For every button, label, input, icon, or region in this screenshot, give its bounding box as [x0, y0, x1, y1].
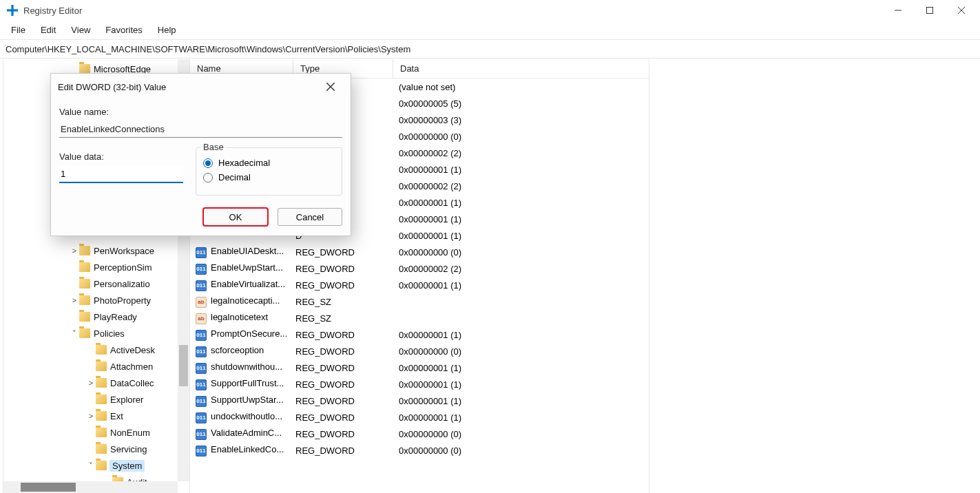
- tree-item-label: System: [110, 460, 145, 472]
- ok-button[interactable]: OK: [203, 208, 268, 226]
- app-title: Registry Editor: [23, 6, 882, 16]
- cell-name: 011ValidateAdminC...: [196, 428, 295, 440]
- svg-rect-0: [7, 5, 11, 9]
- tree-item-label: Ext: [110, 411, 123, 421]
- menu-edit[interactable]: Edit: [34, 22, 63, 38]
- menu-file[interactable]: File: [4, 22, 32, 38]
- cell-name: ablegalnoticecapti...: [196, 295, 295, 308]
- tree-item[interactable]: >PhotoProperty: [3, 292, 178, 308]
- cell-data: 0x00000001 (1): [395, 363, 649, 373]
- dword-icon: 011: [196, 363, 207, 374]
- chevron-right-icon[interactable]: >: [70, 296, 79, 304]
- col-header-data[interactable]: Data: [393, 59, 649, 78]
- tree-item[interactable]: >PenWorkspace: [3, 242, 178, 259]
- close-button[interactable]: [946, 0, 977, 21]
- menu-favorites[interactable]: Favorites: [98, 22, 149, 38]
- chevron-down-icon[interactable]: ˅: [86, 461, 96, 470]
- tree-item[interactable]: Explorer: [3, 391, 178, 408]
- cell-data: 0x00000001 (1): [395, 330, 649, 340]
- tree-hscrollbar-thumb[interactable]: [21, 483, 76, 492]
- radio-decimal[interactable]: [203, 173, 213, 182]
- cell-data: 0x00000005 (5): [395, 98, 649, 109]
- cell-type: REG_DWORD: [295, 264, 395, 274]
- list-row[interactable]: 011EnableUIADeskt...REG_DWORD0x00000000 …: [190, 244, 649, 260]
- list-row[interactable]: 011scforceoptionREG_DWORD0x00000000 (0): [190, 343, 649, 359]
- value-data-input[interactable]: [59, 166, 183, 183]
- value-data-label: Value data:: [59, 151, 183, 162]
- dword-icon: 011: [196, 396, 207, 407]
- cell-data: 0x00000000 (0): [395, 346, 649, 357]
- list-row[interactable]: 011shutdownwithou...REG_DWORD0x00000001 …: [190, 359, 649, 376]
- cell-type: REG_SZ: [295, 297, 395, 307]
- list-row[interactable]: 011ValidateAdminC...REG_DWORD0x00000000 …: [190, 426, 649, 442]
- tree-item[interactable]: Attachmen: [3, 358, 178, 375]
- list-row[interactable]: 011SupportUwpStar...REG_DWORD0x00000001 …: [190, 392, 649, 409]
- tree-item[interactable]: >Ext: [3, 408, 178, 424]
- list-row[interactable]: 011EnableVirtualizat...REG_DWORD0x000000…: [190, 277, 649, 293]
- address-bar[interactable]: Computer\HKEY_LOCAL_MACHINE\SOFTWARE\Mic…: [0, 40, 980, 59]
- list-row[interactable]: 011undockwithoutlo...REG_DWORD0x00000001…: [190, 409, 649, 426]
- list-row[interactable]: ablegalnoticetextREG_SZ: [190, 310, 649, 326]
- value-name-input[interactable]: [59, 121, 342, 138]
- svg-rect-2: [7, 12, 11, 16]
- cell-name: 011SupportUwpStar...: [196, 395, 295, 407]
- dialog-close-button[interactable]: [317, 76, 344, 97]
- tree-hscrollbar[interactable]: [3, 481, 178, 493]
- cell-data: 0x00000000 (0): [395, 132, 649, 142]
- folder-icon: [96, 461, 107, 470]
- dialog-title: Edit DWORD (32-bit) Value: [58, 82, 317, 92]
- chevron-down-icon[interactable]: ˅: [70, 329, 79, 338]
- list-row[interactable]: ablegalnoticecapti...REG_SZ: [190, 293, 649, 310]
- tree-item[interactable]: Servicing: [3, 441, 178, 457]
- tree-item-label: NonEnum: [110, 428, 150, 438]
- tree-item[interactable]: ˅System: [3, 457, 178, 474]
- folder-icon: [79, 262, 90, 272]
- svg-rect-1: [14, 5, 18, 9]
- tree-item[interactable]: >DataCollec: [3, 375, 178, 391]
- tree-item[interactable]: ActiveDesk: [3, 342, 178, 358]
- list-row[interactable]: 011PromptOnSecure...REG_DWORD0x00000001 …: [190, 326, 649, 343]
- folder-icon: [79, 312, 90, 322]
- tree-item-label: Personalizatio: [93, 279, 150, 289]
- cell-name: 011PromptOnSecure...: [196, 328, 295, 341]
- tree-item[interactable]: ˅Policies: [3, 325, 178, 342]
- tree-vscrollbar-thumb[interactable]: [179, 345, 188, 386]
- folder-icon: [79, 295, 90, 305]
- chevron-right-icon[interactable]: >: [86, 412, 96, 420]
- folder-icon: [96, 395, 107, 404]
- tree-item-label: Attachmen: [110, 361, 153, 372]
- folder-icon: [96, 411, 107, 421]
- cell-data: 0x00000002 (2): [395, 181, 649, 191]
- list-row[interactable]: 011SupportFullTrust...REG_DWORD0x0000000…: [190, 376, 649, 392]
- cell-type: REG_DWORD: [295, 363, 395, 373]
- cell-data: 0x00000001 (1): [395, 214, 649, 224]
- list-row[interactable]: 011EnableLinkedCo...REG_DWORD0x00000000 …: [190, 442, 649, 459]
- cancel-button[interactable]: Cancel: [278, 208, 342, 226]
- tree-item[interactable]: PerceptionSim: [3, 259, 178, 275]
- cell-data: 0x00000001 (1): [395, 231, 649, 241]
- minimize-button[interactable]: [882, 0, 914, 21]
- cell-data: 0x00000003 (3): [395, 115, 649, 125]
- radio-hexadecimal[interactable]: [203, 158, 213, 168]
- tree-item[interactable]: Personalizatio: [3, 275, 178, 292]
- tree-item[interactable]: PlayReady: [3, 308, 178, 325]
- radio-row-dec[interactable]: Decimal: [203, 172, 335, 182]
- cell-name: 011EnableLinkedCo...: [196, 444, 295, 457]
- radio-row-hex[interactable]: Hexadecimal: [203, 158, 335, 168]
- list-row[interactable]: 011EnableUwpStart...REG_DWORD0x00000002 …: [190, 260, 649, 277]
- menu-help[interactable]: Help: [151, 22, 183, 38]
- folder-icon: [79, 64, 90, 74]
- chevron-right-icon[interactable]: >: [86, 379, 96, 387]
- chevron-right-icon[interactable]: >: [70, 246, 79, 255]
- tree-item-label: PerceptionSim: [93, 262, 152, 273]
- dword-icon: 011: [196, 412, 207, 423]
- tree-item[interactable]: NonEnum: [3, 424, 178, 441]
- menu-view[interactable]: View: [64, 22, 97, 38]
- tree-item-label: Policies: [93, 328, 125, 339]
- maximize-button[interactable]: [914, 0, 946, 21]
- dword-icon: 011: [196, 445, 207, 457]
- cell-data: 0x00000000 (0): [395, 247, 649, 258]
- base-legend: Base: [200, 142, 227, 152]
- folder-icon: [96, 361, 107, 371]
- cell-name: 011scforceoption: [196, 345, 295, 357]
